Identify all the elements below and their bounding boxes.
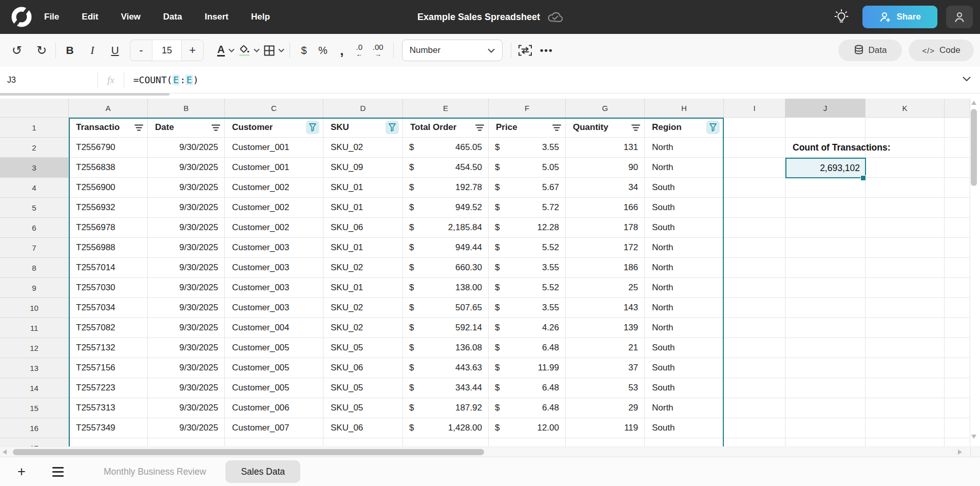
horizontal-scroll-right-arrow[interactable] xyxy=(958,450,962,455)
cell[interactable] xyxy=(945,278,970,298)
cell[interactable]: $138.00 xyxy=(403,278,489,298)
row-number-10[interactable]: 10 xyxy=(0,298,69,318)
cell[interactable] xyxy=(866,438,945,446)
cell[interactable] xyxy=(785,218,866,238)
filter-active-funnel-icon[interactable] xyxy=(706,121,720,134)
cell[interactable]: 9/30/2025 xyxy=(148,378,225,398)
app-logo-icon[interactable] xyxy=(11,7,32,27)
cell[interactable] xyxy=(785,258,866,278)
tips-lightbulb-icon[interactable] xyxy=(833,8,850,26)
cell[interactable]: 172 xyxy=(566,238,645,258)
cell[interactable]: $6.48 xyxy=(489,398,566,418)
filter-active-funnel-icon[interactable] xyxy=(306,121,319,134)
cell[interactable]: T2556838 xyxy=(69,158,148,178)
cell[interactable]: 186 xyxy=(566,258,645,278)
cell[interactable]: Customer_007 xyxy=(225,418,323,438)
data-panel-button[interactable]: Data xyxy=(838,40,902,61)
row-number-15[interactable]: 15 xyxy=(0,398,69,418)
cell[interactable] xyxy=(945,318,970,338)
cell[interactable] xyxy=(724,198,785,218)
cell[interactable] xyxy=(866,398,945,418)
cell[interactable]: North xyxy=(645,318,724,338)
cell[interactable]: T2556932 xyxy=(69,198,148,218)
cell[interactable] xyxy=(69,438,148,446)
cell[interactable]: T2557034 xyxy=(69,298,148,318)
row-number-14[interactable]: 14 xyxy=(0,378,69,398)
cell[interactable] xyxy=(866,158,945,178)
cell[interactable]: Customer_003 xyxy=(225,278,323,298)
table-header-region[interactable]: Region xyxy=(645,118,724,138)
table-header-sku[interactable]: SKU xyxy=(323,118,403,138)
chevron-down-icon[interactable] xyxy=(278,48,284,52)
row-number-3[interactable]: 3 xyxy=(0,158,69,178)
vertical-scroll-down-arrow[interactable] xyxy=(971,435,976,439)
cell[interactable] xyxy=(866,358,945,378)
cell[interactable]: North xyxy=(645,238,724,258)
cell[interactable]: $949.52 xyxy=(403,198,489,218)
bold-button[interactable]: B xyxy=(61,40,79,61)
cell[interactable] xyxy=(945,258,970,278)
horizontal-scroll-left-arrow[interactable] xyxy=(3,450,7,455)
row-number-4[interactable]: 4 xyxy=(0,178,69,198)
cell[interactable] xyxy=(566,438,645,446)
cell[interactable]: T2556988 xyxy=(69,238,148,258)
cell[interactable]: Customer_006 xyxy=(225,398,323,418)
menu-view[interactable]: View xyxy=(121,12,140,22)
cell[interactable]: 9/30/2025 xyxy=(148,218,225,238)
cell[interactable]: Customer_002 xyxy=(225,218,323,238)
table-header-customer[interactable]: Customer xyxy=(225,118,323,138)
currency-format-button[interactable]: $ xyxy=(295,40,313,61)
cell[interactable]: $12.00 xyxy=(489,418,566,438)
cell[interactable] xyxy=(785,318,866,338)
formula-input[interactable]: =COUNT(E:E) xyxy=(124,74,199,85)
column-letter-J[interactable]: J xyxy=(785,99,866,118)
cell[interactable]: T2557082 xyxy=(69,318,148,338)
cell[interactable] xyxy=(724,158,785,178)
cell[interactable] xyxy=(645,438,724,446)
cell[interactable]: 9/30/2025 xyxy=(148,138,225,158)
cell[interactable]: SKU_05 xyxy=(323,398,403,418)
cell[interactable]: Customer_002 xyxy=(225,198,323,218)
more-options-button[interactable]: ••• xyxy=(534,40,560,61)
cell[interactable] xyxy=(866,298,945,318)
column-letter-I[interactable]: I xyxy=(724,99,785,118)
cell[interactable]: T2556978 xyxy=(69,218,148,238)
cell[interactable] xyxy=(785,338,866,358)
row-number-2[interactable]: 2 xyxy=(0,138,69,158)
cell[interactable] xyxy=(785,238,866,258)
cell[interactable]: 131 xyxy=(566,138,645,158)
cell[interactable] xyxy=(785,398,866,418)
cell[interactable]: SKU_01 xyxy=(323,198,403,218)
row-number-7[interactable]: 7 xyxy=(0,238,69,258)
fill-handle[interactable] xyxy=(860,175,866,181)
column-letter-K[interactable]: K xyxy=(866,99,945,118)
cell[interactable]: SKU_05 xyxy=(323,378,403,398)
borders-button[interactable] xyxy=(264,40,284,61)
cell[interactable] xyxy=(724,438,785,446)
column-letter-A[interactable]: A xyxy=(69,99,148,118)
cell[interactable]: 119 xyxy=(566,418,645,438)
cell[interactable]: $4.26 xyxy=(489,318,566,338)
cell[interactable] xyxy=(866,278,945,298)
cell[interactable]: T2557349 xyxy=(69,418,148,438)
cell[interactable]: North xyxy=(645,158,724,178)
cell[interactable]: 9/30/2025 xyxy=(148,258,225,278)
cell[interactable]: North xyxy=(645,138,724,158)
cell[interactable] xyxy=(785,358,866,378)
cell[interactable] xyxy=(945,118,970,138)
cell[interactable]: Customer_005 xyxy=(225,358,323,378)
document-title[interactable]: Example Sales Spreadsheet xyxy=(417,12,540,23)
cell[interactable] xyxy=(489,438,566,446)
filter-active-funnel-icon[interactable] xyxy=(386,121,399,134)
underline-button[interactable]: U xyxy=(106,40,124,61)
cell[interactable]: Customer_001 xyxy=(225,158,323,178)
filter-menu-icon[interactable] xyxy=(210,122,221,133)
menu-insert[interactable]: Insert xyxy=(205,12,228,22)
cell[interactable]: $507.65 xyxy=(403,298,489,318)
row-number-6[interactable]: 6 xyxy=(0,218,69,238)
cell[interactable] xyxy=(785,418,866,438)
filter-menu-icon[interactable] xyxy=(133,122,144,133)
column-letter-B[interactable]: B xyxy=(148,99,225,118)
cell[interactable]: 90 xyxy=(566,158,645,178)
cell[interactable]: SKU_01 xyxy=(323,238,403,258)
